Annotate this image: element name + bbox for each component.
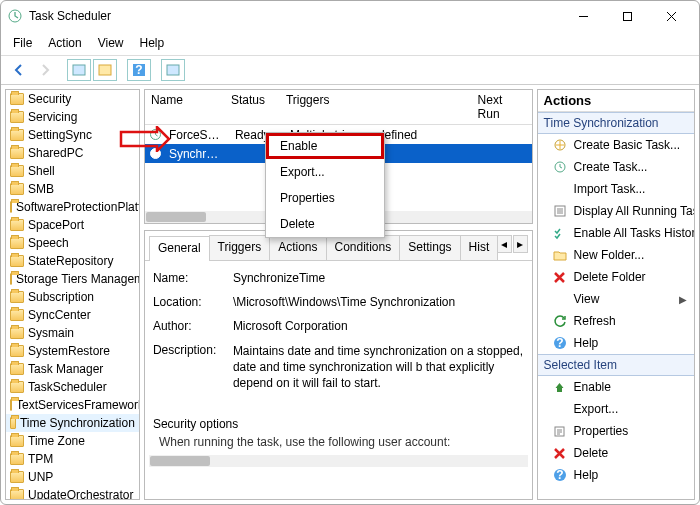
folder-icon — [10, 291, 24, 303]
folder-icon — [10, 435, 24, 447]
folder-icon — [10, 363, 24, 375]
tree-item-label: SyncCenter — [28, 308, 91, 322]
folder-icon — [10, 327, 24, 339]
action-item[interactable]: Delete — [538, 442, 694, 464]
folder-icon — [10, 111, 24, 123]
action-item[interactable]: New Folder... — [538, 244, 694, 266]
tree-item[interactable]: Servicing — [6, 108, 139, 126]
tree-item[interactable]: UNP — [6, 468, 139, 486]
action-item[interactable]: Refresh — [538, 310, 694, 332]
menubar: File Action View Help — [1, 31, 699, 56]
svg-text:?: ? — [556, 468, 563, 482]
tree-item-label: UNP — [28, 470, 53, 484]
tree-item[interactable]: TaskScheduler — [6, 378, 139, 396]
tree-item-label: TPM — [28, 452, 53, 466]
action-item[interactable]: Import Task... — [538, 178, 694, 200]
action-item[interactable]: Export... — [538, 398, 694, 420]
action-item[interactable]: Delete Folder — [538, 266, 694, 288]
app-icon — [7, 8, 23, 24]
action-item[interactable]: ?Help — [538, 464, 694, 486]
maximize-button[interactable] — [605, 2, 649, 30]
tree-item-label: Time Zone — [28, 434, 85, 448]
tree-item[interactable]: Time Zone — [6, 432, 139, 450]
list-icon — [552, 203, 568, 219]
col-nextrun[interactable]: Next Run — [472, 90, 532, 124]
action-label: Display All Running Tasks — [574, 204, 695, 218]
tab-scroll-right[interactable]: ▸ — [513, 235, 528, 253]
menu-help[interactable]: Help — [134, 34, 171, 52]
action-item[interactable]: Properties — [538, 420, 694, 442]
ctx-properties[interactable]: Properties — [266, 185, 384, 211]
titlebar: Task Scheduler — [1, 1, 699, 31]
action-item[interactable]: View▶ — [538, 288, 694, 310]
tab-settings[interactable]: Settings — [399, 235, 460, 260]
tree-item[interactable]: Task Manager — [6, 360, 139, 378]
tree-item[interactable]: Sysmain — [6, 324, 139, 342]
menu-view[interactable]: View — [92, 34, 130, 52]
tree-item[interactable]: Security — [6, 90, 139, 108]
checks-icon — [552, 225, 568, 241]
menu-action[interactable]: Action — [42, 34, 87, 52]
tab-scroll-left[interactable]: ◂ — [497, 235, 512, 253]
clock-icon — [552, 159, 568, 175]
action-item[interactable]: Create Task... — [538, 156, 694, 178]
up-icon — [552, 379, 568, 395]
ctx-delete[interactable]: Delete — [266, 211, 384, 237]
forward-button[interactable] — [33, 59, 57, 81]
ctx-export[interactable]: Export... — [266, 159, 384, 185]
folder-icon — [10, 399, 12, 411]
back-button[interactable] — [7, 59, 31, 81]
tab-conditions[interactable]: Conditions — [326, 235, 401, 260]
toolbar-btn-2[interactable] — [93, 59, 117, 81]
tree-item[interactable]: TPM — [6, 450, 139, 468]
tree-item[interactable]: Subscription — [6, 288, 139, 306]
tree-item[interactable]: Storage Tiers Management — [6, 270, 139, 288]
tree-item[interactable]: Time Synchronization — [6, 414, 139, 432]
tab-general[interactable]: General — [149, 236, 210, 261]
toolbar-btn-4[interactable] — [161, 59, 185, 81]
help-button[interactable]: ? — [127, 59, 151, 81]
actions-group1-title: Time Synchronization — [538, 112, 694, 134]
toolbar-btn-1[interactable] — [67, 59, 91, 81]
security-options-label: Security options — [153, 417, 524, 431]
refresh-icon — [552, 313, 568, 329]
action-item[interactable]: Display All Running Tasks — [538, 200, 694, 222]
tree-item[interactable]: Shell — [6, 162, 139, 180]
tree-item[interactable]: Speech — [6, 234, 139, 252]
tree-item[interactable]: SystemRestore — [6, 342, 139, 360]
action-item[interactable]: Enable — [538, 376, 694, 398]
action-label: Create Basic Task... — [574, 138, 681, 152]
action-label: Help — [574, 468, 599, 482]
close-button[interactable] — [649, 2, 693, 30]
tab-actions[interactable]: Actions — [269, 235, 326, 260]
action-item[interactable]: Enable All Tasks History — [538, 222, 694, 244]
app-title: Task Scheduler — [29, 9, 111, 23]
tree-item[interactable]: StateRepository — [6, 252, 139, 270]
detail-scrollbar[interactable] — [149, 455, 528, 467]
folder-icon — [10, 219, 24, 231]
tree-item-label: Task Manager — [28, 362, 103, 376]
folder-icon — [10, 129, 24, 141]
col-name[interactable]: Name — [145, 90, 225, 124]
col-status[interactable]: Status — [225, 90, 280, 124]
tree-item[interactable]: SyncCenter — [6, 306, 139, 324]
action-item[interactable]: Create Basic Task... — [538, 134, 694, 156]
action-label: Enable — [574, 380, 611, 394]
menu-file[interactable]: File — [7, 34, 38, 52]
tree-item[interactable]: SMB — [6, 180, 139, 198]
col-triggers[interactable]: Triggers — [280, 90, 472, 124]
ctx-enable[interactable]: Enable — [266, 133, 384, 159]
action-item[interactable]: ?Help — [538, 332, 694, 354]
annotation-arrow — [119, 126, 171, 152]
tab-triggers[interactable]: Triggers — [209, 235, 271, 260]
tree-item[interactable]: SpacePort — [6, 216, 139, 234]
tree-item[interactable]: UpdateOrchestrator — [6, 486, 139, 500]
security-options-sub: When running the task, use the following… — [159, 435, 518, 449]
minimize-button[interactable] — [561, 2, 605, 30]
tree-item[interactable]: TextServicesFramework — [6, 396, 139, 414]
tree-item[interactable]: SoftwareProtectionPlatform — [6, 198, 139, 216]
tab-history[interactable]: Hist — [460, 235, 498, 260]
app-window: Task Scheduler File Action View Help ? S… — [0, 0, 700, 505]
action-label: Refresh — [574, 314, 616, 328]
tree-item-label: TaskScheduler — [28, 380, 107, 394]
